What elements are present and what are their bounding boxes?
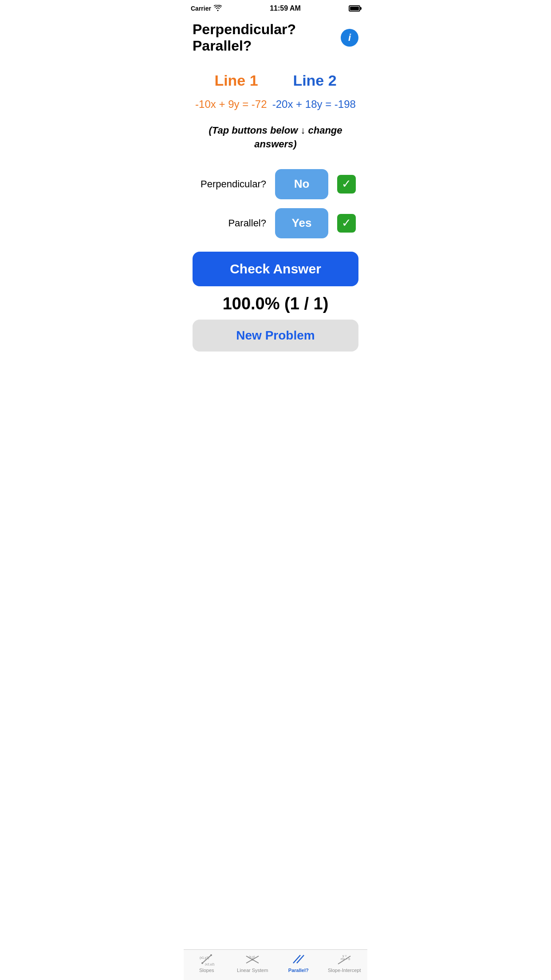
check-answer-button[interactable]: Check Answer (193, 252, 358, 286)
perpendicular-answer-button[interactable]: No (275, 169, 328, 199)
status-time: 11:59 AM (270, 4, 301, 12)
status-carrier: Carrier (191, 5, 222, 12)
status-bar: Carrier 11:59 AM (184, 0, 367, 15)
equation1: -10x + 9y = -72 (195, 98, 267, 111)
wifi-icon (214, 5, 222, 12)
battery-icon (349, 5, 360, 12)
equation2: -20x + 18y = -198 (272, 98, 356, 111)
page-title: Perpendicular? Parallel? (193, 21, 335, 54)
equations: -10x + 9y = -72 -20x + 18y = -198 (184, 94, 367, 124)
line1-label: Line 1 (214, 72, 258, 89)
parallel-row: Parallel? Yes ✓ (184, 208, 367, 238)
line-labels: Line 1 Line 2 (184, 59, 367, 94)
line2-label: Line 2 (293, 72, 336, 89)
perpendicular-check-badge: ✓ (337, 175, 356, 194)
info-button[interactable]: i (341, 29, 358, 47)
perpendicular-row: Perpendicular? No ✓ (184, 169, 367, 199)
score-display: 100.0% (1 / 1) (184, 286, 367, 313)
perpendicular-checkmark: ✓ (342, 177, 351, 191)
parallel-checkmark: ✓ (342, 216, 351, 230)
header: Perpendicular? Parallel? i (184, 15, 367, 59)
parallel-answer-button[interactable]: Yes (275, 208, 328, 238)
carrier-label: Carrier (191, 5, 211, 12)
instruction-text: (Tap buttons below ↓ change answers) (184, 124, 367, 165)
new-problem-button[interactable]: New Problem (193, 320, 358, 352)
parallel-check-badge: ✓ (337, 214, 356, 233)
parallel-label: Parallel? (195, 217, 266, 229)
perpendicular-label: Perpendicular? (195, 178, 266, 190)
